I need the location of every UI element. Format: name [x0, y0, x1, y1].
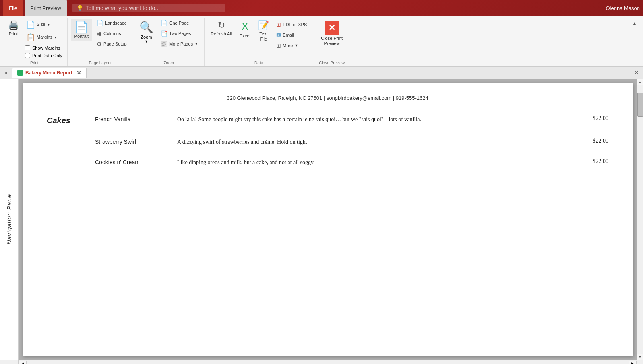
document-preview: 320 Glenwood Place, Raleigh, NC 27601 | … [23, 83, 633, 356]
pdf-xps-button[interactable]: ⊞ PDF or XPS [273, 20, 310, 29]
show-margins-checkbox[interactable]: Show Margins [23, 44, 64, 51]
scroll-thumb[interactable] [637, 93, 643, 117]
more-label: More [283, 43, 293, 48]
file-menu-button[interactable]: File [3, 0, 23, 16]
columns-label: Columns [103, 31, 121, 36]
hscroll-left-button[interactable]: ◀ [19, 361, 27, 364]
ribbon-group-zoom: 🔍 Zoom ▼ 📄 One Page 📑 Two Pages 📰 [133, 18, 205, 66]
ribbon-collapse-area: ▲ [628, 18, 641, 66]
excel-icon: X [242, 20, 248, 33]
zoom-icon: 🔍 [139, 21, 153, 34]
portrait-label: Portrait [74, 34, 89, 39]
margins-label: Margins [37, 35, 52, 40]
zoom-button[interactable]: 🔍 Zoom ▼ [136, 19, 156, 46]
portrait-button[interactable]: 📄 Portrait [71, 19, 92, 41]
cookies-section: Cookies n' Cream Like dipping oreos and … [47, 158, 608, 167]
hscroll-right-button[interactable]: ▶ [629, 361, 637, 364]
french-vanilla-name: French Vanilla [95, 116, 167, 122]
size-icon: 📄 [26, 20, 35, 29]
ribbon-group-zoom-content: 🔍 Zoom ▼ 📄 One Page 📑 Two Pages 📰 [136, 19, 201, 59]
print-label: Print [9, 31, 18, 37]
document-header: 320 Glenwood Place, Raleigh, NC 27601 | … [47, 95, 608, 105]
print-preview-tab[interactable]: Print Preview [25, 0, 67, 16]
ribbon-group-data: ↻ Refresh All X Excel 📝 Text File ⊞ PDF … [205, 18, 313, 66]
size-button[interactable]: 📄 Size ▼ [23, 19, 64, 31]
navigation-pane: Navigation Pane [0, 79, 19, 360]
columns-button[interactable]: ▦ Columns [94, 29, 130, 38]
excel-label: Excel [240, 33, 250, 39]
more-icon: ⊞ [276, 42, 281, 49]
tab-icon [17, 70, 23, 76]
margins-button[interactable]: 📋 Margins ▼ [23, 31, 64, 43]
ribbon-group-close-preview: ✕ Close PrintPreview Close Preview [313, 18, 350, 66]
scroll-up-button[interactable]: ▲ [637, 79, 643, 85]
strawberry-section: Strawberry Swirl A dizzying swirl of str… [47, 138, 608, 146]
portrait-icon: 📄 [74, 21, 89, 34]
email-button[interactable]: ✉ Email [273, 31, 310, 39]
landscape-icon: 📄 [97, 20, 103, 26]
search-lightbulb-icon: 💡 [76, 5, 83, 11]
ribbon-group-pagesize-content: 📄 Portrait 📄 Landscape ▦ Columns ⚙ Page … [71, 19, 130, 59]
strawberry-swirl-name: Strawberry Swirl [95, 139, 167, 145]
print-data-only-check[interactable] [25, 53, 30, 58]
horizontal-scroll-area: ◀ ▶ [0, 360, 643, 364]
tab-close-button[interactable]: ✕ [76, 70, 81, 76]
excel-button[interactable]: X Excel [236, 19, 253, 40]
french-vanilla-price: $22.00 [593, 115, 609, 122]
bakery-menu-report-tab[interactable]: Bakery Menu Report ✕ [12, 68, 87, 78]
refresh-all-button[interactable]: ↻ Refresh All [208, 19, 235, 38]
ribbon-group-pagesize: 📄 Portrait 📄 Landscape ▦ Columns ⚙ Page … [68, 18, 133, 66]
size-dropdown-icon: ▼ [47, 23, 50, 27]
ribbon-group-data-label: Data [208, 60, 310, 66]
ribbon-collapse-button[interactable]: ▲ [629, 19, 640, 27]
show-margins-check[interactable] [25, 45, 30, 50]
print-button[interactable]: 🖨️ Print [5, 19, 22, 38]
landscape-button[interactable]: 📄 Landscape [94, 19, 130, 27]
close-print-preview-button[interactable]: ✕ Close PrintPreview [316, 19, 347, 48]
more-pages-icon: 📰 [161, 41, 167, 47]
window-close-button[interactable]: ✕ [631, 68, 641, 77]
navigation-pane-label: Navigation Pane [6, 194, 12, 244]
one-page-label: One Page [169, 21, 189, 25]
cakes-category-label: Cakes [47, 115, 87, 126]
landscape-label: Landscape [105, 21, 127, 25]
ribbon: 🖨️ Print 📄 Size ▼ 📋 Margins ▼ [0, 16, 643, 67]
two-pages-button[interactable]: 📑 Two Pages [158, 29, 201, 38]
main-area: Navigation Pane 320 Glenwood Place, Rale… [0, 79, 643, 360]
scroll-down-button[interactable]: ▼ [637, 354, 643, 360]
page-setup-button[interactable]: ⚙ Page Setup [94, 39, 130, 48]
more-button[interactable]: ⊞ More ▼ [273, 41, 310, 50]
horizontal-scrollbar[interactable]: ◀ ▶ [19, 360, 637, 364]
print-icon: 🖨️ [8, 20, 19, 31]
zoom-dropdown-icon: ▼ [145, 39, 148, 43]
strawberry-swirl-description: A dizzying swirl of strawberries and crè… [177, 138, 583, 146]
vertical-scrollbar[interactable]: ▲ ▼ [637, 79, 643, 360]
close-print-preview-label: Close PrintPreview [321, 36, 343, 46]
tab-bar: » Bakery Menu Report ✕ ✕ [0, 67, 643, 79]
cookies-cream-description: Like dipping oreos and milk, but a cake,… [177, 158, 583, 167]
cookies-cream-price: $22.00 [593, 158, 609, 165]
text-file-icon: 📝 [258, 20, 269, 31]
cookies-cream-name: Cookies n' Cream [95, 159, 167, 165]
one-page-button[interactable]: 📄 One Page [158, 19, 201, 27]
print-data-only-checkbox[interactable]: Print Data Only [23, 52, 64, 59]
text-file-label: Text File [259, 31, 267, 42]
pdf-xps-label: PDF or XPS [283, 22, 307, 27]
ribbon-group-print-content: 🖨️ Print 📄 Size ▼ 📋 Margins ▼ [5, 19, 64, 59]
two-pages-icon: 📑 [161, 30, 167, 37]
print-data-only-label: Print Data Only [32, 53, 62, 58]
text-file-button[interactable]: 📝 Text File [255, 19, 272, 43]
more-pages-label: More Pages [169, 41, 193, 46]
hscroll-track [27, 361, 629, 364]
one-page-icon: 📄 [161, 20, 167, 26]
strawberry-swirl-price: $22.00 [593, 138, 609, 144]
refresh-all-label: Refresh All [211, 31, 232, 37]
search-box[interactable]: 💡 Tell me what you want to do... [72, 4, 225, 12]
tab-label: Bakery Menu Report [25, 70, 72, 76]
size-label: Size [37, 22, 45, 27]
tab-nav-left-button[interactable]: » [2, 68, 10, 77]
ribbon-group-print: 🖨️ Print 📄 Size ▼ 📋 Margins ▼ [2, 18, 68, 66]
more-pages-button[interactable]: 📰 More Pages ▼ [158, 39, 201, 48]
columns-icon: ▦ [97, 30, 102, 37]
margins-dropdown-icon: ▼ [54, 36, 57, 39]
